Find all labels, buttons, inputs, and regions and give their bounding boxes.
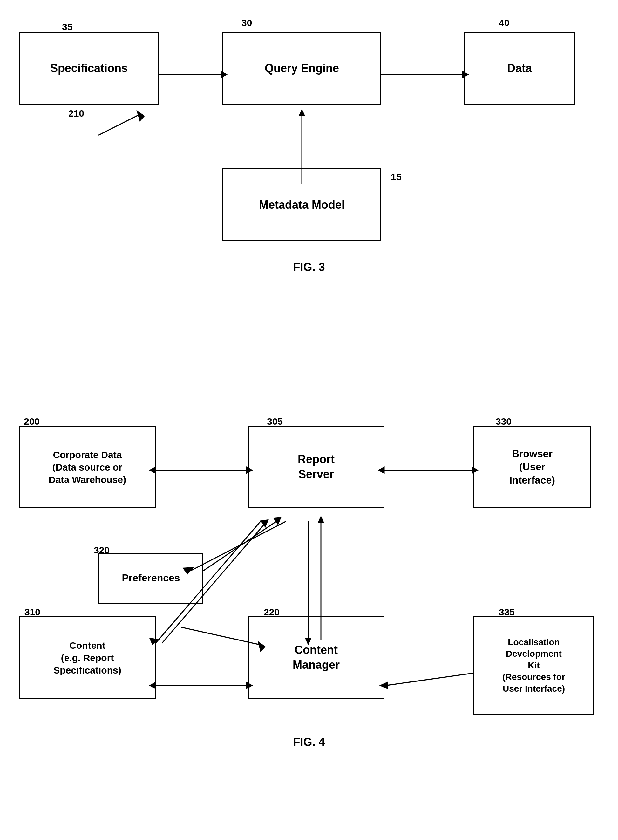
browser-box: Browser (User Interface) [474, 426, 591, 508]
fig3-caption: FIG. 3 [0, 261, 618, 274]
svg-marker-17 [273, 517, 281, 525]
metadata-model-box: Metadata Model [223, 168, 381, 242]
svg-marker-7 [137, 110, 144, 121]
specifications-box: Specifications [19, 32, 159, 105]
query-engine-box: Query Engine [223, 32, 381, 105]
ref-335: 335 [499, 607, 515, 617]
ref-310: 310 [24, 607, 40, 617]
content-box: Content (e.g. Report Specifications) [19, 616, 156, 699]
ref-40: 40 [499, 18, 510, 28]
svg-line-6 [98, 114, 140, 135]
localisation-kit-box: Localisation Development Kit (Resources … [474, 616, 594, 715]
svg-line-16 [204, 521, 276, 571]
svg-line-14 [191, 521, 286, 571]
corporate-data-box: Corporate Data (Data source or Data Ware… [19, 426, 156, 508]
fig4-caption: FIG. 4 [0, 736, 618, 749]
svg-marker-5 [299, 109, 305, 116]
ref-330: 330 [496, 416, 511, 427]
report-server-box: Report Server [248, 426, 385, 508]
ref-220: 220 [264, 607, 279, 617]
svg-marker-25 [260, 519, 269, 527]
ref-210: 210 [68, 108, 84, 119]
svg-marker-21 [318, 516, 324, 523]
data-box: Data [464, 32, 575, 105]
content-manager-box: Content Manager [248, 616, 385, 699]
ref-305: 305 [267, 416, 283, 427]
preferences-box: Preferences [98, 553, 204, 604]
ref-15: 15 [391, 172, 401, 183]
fig3-diagram: 35 30 40 15 210 Specifications Query Eng… [0, 0, 618, 381]
ref-200: 200 [24, 416, 40, 427]
ref-35: 35 [62, 22, 73, 33]
ref-30: 30 [242, 18, 252, 28]
svg-line-29 [386, 673, 474, 686]
fig4-diagram: 200 305 330 320 220 310 335 Corporate Da… [0, 391, 618, 840]
